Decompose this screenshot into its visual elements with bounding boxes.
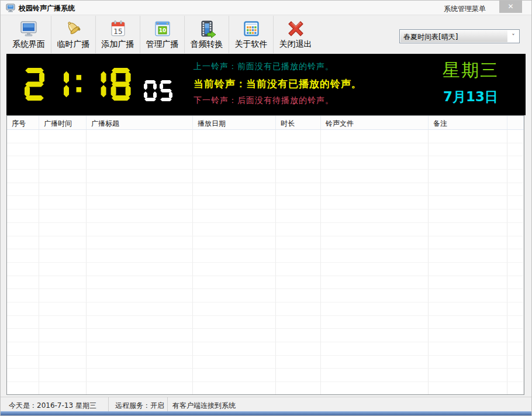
table-cell [321,302,429,316]
status-bar: 今天是：2016-7-13 星期三 远程服务：开启 有客户端连接到系统 [1,397,531,412]
table-cell [193,263,276,276]
table-row [7,329,524,342]
table-cell [39,156,87,170]
table-cell [193,143,276,157]
table-row [7,236,524,250]
table-cell [193,316,276,329]
table-cell [321,143,429,157]
table-cell [429,170,507,183]
table-cell [276,196,321,209]
weekday-text: 星期三 [424,59,517,82]
toolbar-button-audio-convert[interactable]: 音频转换 [184,16,229,53]
system-menu[interactable]: 系统管理菜单 [444,4,486,14]
bell-status: 上一铃声：前面没有已播放的铃声。 当前铃声：当前没有已播放的铃声。 下一铃声：后… [194,61,362,106]
film-convert-icon [198,19,216,38]
toolbar-button-manage-broadcast[interactable]: 10 管理广播 [140,16,184,53]
table-cell [7,170,39,183]
toolbar-label: 管理广播 [146,39,179,50]
table-cell [429,302,507,316]
table-header: 序号广播时间广播标题播放日期时长铃声文件备注 [7,116,524,130]
chevron-down-icon[interactable]: ˅ [507,30,519,43]
table-cell [507,209,524,223]
toolbar-button-exit[interactable]: 关闭退出 [273,16,317,53]
table-cell [321,316,429,329]
table-cell [7,369,39,382]
table-cell [507,276,524,290]
window-bottom-border [1,411,531,415]
table-cell [429,316,507,329]
current-bell-status: 当前铃声：当前没有已播放的铃声。 [194,77,362,91]
window-title: 校园铃声广播系统 [19,4,75,13]
schedule-dropdown[interactable]: 春夏时间表[晴天] ˅ [399,29,520,43]
column-header-6[interactable]: 备注 [429,116,507,129]
column-header-2[interactable]: 广播标题 [87,116,193,129]
toolbar-button-add-broadcast[interactable]: 15 添加广播 [95,16,140,53]
table-cell [276,143,321,157]
table-cell [39,143,87,157]
table-cell [429,249,507,263]
table-cell [276,276,321,290]
monitor-icon [19,19,38,38]
date-area: 星期三 7月13日 [424,59,517,106]
table-cell [193,183,276,197]
table-cell [507,236,524,250]
toolbar-label: 添加广播 [102,39,134,50]
table-cell [87,329,193,342]
app-window: 校园铃声广播系统 系统管理菜单 ✕ 系统界面 [0,0,532,416]
prev-bell-status: 上一铃声：前面没有已播放的铃声。 [194,61,362,72]
column-header-5[interactable]: 铃声文件 [321,116,429,129]
toolbar-button-system-ui[interactable]: 系统界面 [6,16,51,53]
table-row [7,249,524,263]
toolbar-button-temp-broadcast[interactable]: 临时广播 [51,16,95,53]
table-cell [276,156,321,170]
table-cell [39,342,87,356]
table-cell [429,369,507,382]
table-row [7,276,524,290]
table-cell [429,209,507,223]
titlebar: 校园铃声广播系统 系统管理菜单 ✕ [1,1,531,15]
bell-icon [64,19,83,38]
table-cell [321,156,429,170]
table-row [7,316,524,329]
toolbar-buttons: 系统界面 临时广播 [6,16,317,53]
table-cell [321,356,429,369]
table-cell [87,342,193,356]
table-cell [193,276,276,290]
table-cell [87,382,193,395]
table-cell [7,223,39,236]
table-cell [429,329,507,342]
toolbar-button-about[interactable]: 关于软件 [229,16,273,53]
column-header-4[interactable]: 时长 [276,116,321,129]
column-header-0[interactable]: 序号 [7,116,39,129]
table-cell [87,170,193,183]
table-cell [39,302,87,316]
table-cell [429,183,507,197]
table-cell [87,183,193,197]
table-cell [39,236,87,250]
next-bell-status: 下一铃声：后面没有待播放的铃声。 [194,95,362,106]
column-header-1[interactable]: 广播时间 [39,116,87,129]
close-icon: ✕ [507,2,513,11]
column-header-3[interactable]: 播放日期 [193,116,276,129]
table-cell [39,130,87,143]
table-cell [507,369,524,382]
status-client-connection: 有客户端连接到系统 [168,397,236,412]
table-row [7,170,524,183]
table-cell [193,302,276,316]
table-cell [321,276,429,290]
table-cell [7,209,39,223]
toolbar-label: 音频转换 [191,39,223,50]
toolbar-label: 临时广播 [57,39,90,50]
app-icon [6,3,15,12]
table-row [7,223,524,236]
table-cell [7,276,39,290]
table-cell [507,382,524,395]
close-button[interactable]: ✕ [499,1,522,13]
table-cell [429,276,507,290]
table-cell [321,183,429,197]
table-cell [507,263,524,276]
table-cell [87,130,193,143]
table-cell [321,263,429,276]
table-cell [39,196,87,209]
column-header-7[interactable] [507,116,524,129]
